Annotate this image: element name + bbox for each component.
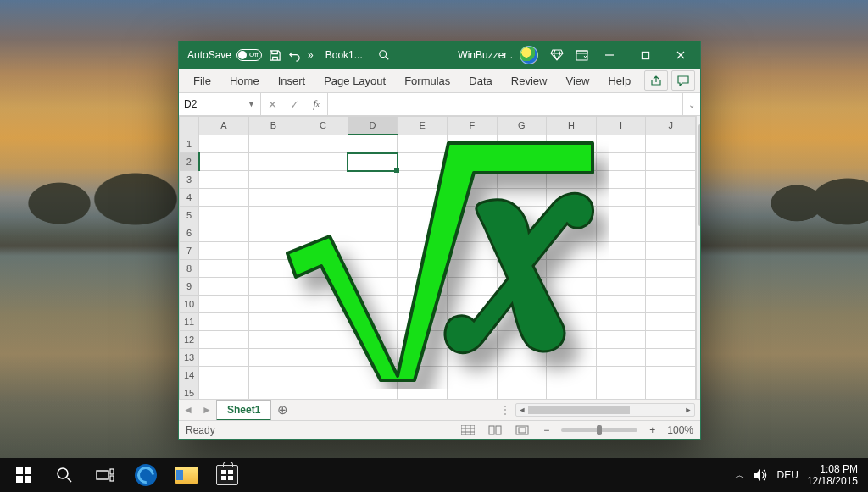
cell[interactable]: [646, 135, 696, 153]
column-header[interactable]: H: [547, 117, 597, 135]
cell[interactable]: [596, 207, 646, 224]
horizontal-scrollbar[interactable]: ◄ ►: [515, 403, 695, 417]
scroll-right-icon[interactable]: ►: [682, 404, 694, 416]
cell[interactable]: [447, 135, 497, 153]
cell[interactable]: [447, 224, 497, 242]
cell[interactable]: [348, 189, 398, 207]
cell[interactable]: [547, 260, 597, 278]
cell[interactable]: [298, 189, 348, 207]
row-header[interactable]: 1: [180, 135, 199, 153]
cell[interactable]: [497, 296, 547, 313]
row-header[interactable]: 3: [180, 171, 199, 189]
cell[interactable]: [298, 278, 348, 296]
cell[interactable]: [199, 331, 249, 349]
cell[interactable]: [199, 153, 249, 171]
cell[interactable]: [199, 224, 249, 242]
row-header[interactable]: 6: [180, 224, 199, 242]
cell[interactable]: [298, 260, 348, 278]
cell[interactable]: [298, 153, 348, 171]
cell[interactable]: [199, 296, 249, 313]
cell[interactable]: [547, 278, 597, 296]
cell[interactable]: [497, 242, 547, 260]
column-header[interactable]: D: [348, 117, 398, 135]
column-header[interactable]: A: [199, 117, 249, 135]
cell[interactable]: [248, 296, 298, 313]
cell[interactable]: [447, 296, 497, 313]
task-view-icon[interactable]: [85, 458, 125, 492]
cell[interactable]: [596, 189, 646, 207]
row-header[interactable]: 14: [180, 367, 199, 384]
zoom-in-button[interactable]: +: [646, 424, 659, 436]
cell[interactable]: [497, 278, 547, 296]
page-break-view-icon[interactable]: [513, 423, 531, 437]
cell[interactable]: [547, 331, 597, 349]
row-header[interactable]: 8: [180, 260, 199, 278]
cell[interactable]: [547, 135, 597, 153]
cell[interactable]: [497, 207, 547, 224]
cell[interactable]: [298, 242, 348, 260]
cell[interactable]: [398, 278, 448, 296]
cell[interactable]: [447, 331, 497, 349]
cell[interactable]: [497, 349, 547, 367]
search-icon[interactable]: [378, 49, 390, 61]
cell[interactable]: [348, 296, 398, 313]
spreadsheet-grid[interactable]: ABCDEFGHIJ12345678910111213141516: [179, 116, 696, 399]
cell[interactable]: [447, 171, 497, 189]
row-header[interactable]: 4: [180, 189, 199, 207]
cell[interactable]: [646, 367, 696, 384]
cell[interactable]: [348, 135, 398, 153]
cell[interactable]: [348, 207, 398, 224]
column-header[interactable]: C: [298, 117, 348, 135]
chevron-down-icon[interactable]: ▼: [248, 100, 255, 108]
cell[interactable]: [447, 260, 497, 278]
column-header[interactable]: J: [646, 117, 696, 135]
cell[interactable]: [298, 349, 348, 367]
cell[interactable]: [596, 296, 646, 313]
new-sheet-button[interactable]: ⊕: [271, 402, 293, 417]
cell[interactable]: [646, 331, 696, 349]
horizontal-scroll-thumb[interactable]: [528, 406, 630, 414]
autosave-switch-off[interactable]: Off: [236, 49, 262, 61]
cell[interactable]: [199, 313, 249, 331]
cell[interactable]: [646, 313, 696, 331]
cell[interactable]: [199, 135, 249, 153]
select-all-corner[interactable]: [180, 117, 199, 135]
account-avatar-icon[interactable]: [520, 46, 538, 64]
cell[interactable]: [248, 278, 298, 296]
tab-formulas[interactable]: Formulas: [395, 69, 459, 92]
undo-icon[interactable]: [288, 49, 301, 62]
cell[interactable]: [447, 189, 497, 207]
zoom-slider[interactable]: [561, 428, 637, 432]
cell[interactable]: [199, 171, 249, 189]
cell[interactable]: [348, 153, 398, 171]
cell[interactable]: [447, 242, 497, 260]
vertical-scrollbar[interactable]: ▲ ▼: [696, 116, 700, 399]
cell[interactable]: [398, 189, 448, 207]
tab-view[interactable]: View: [556, 69, 598, 92]
cell[interactable]: [348, 278, 398, 296]
cell[interactable]: [248, 367, 298, 384]
cell[interactable]: [646, 384, 696, 400]
cell[interactable]: [497, 171, 547, 189]
cell[interactable]: [199, 278, 249, 296]
tray-clock[interactable]: 1:08 PM 12/18/2015: [807, 463, 858, 487]
cell[interactable]: [298, 313, 348, 331]
cell[interactable]: [248, 384, 298, 400]
cell[interactable]: [596, 278, 646, 296]
cell[interactable]: [298, 224, 348, 242]
cell[interactable]: [298, 296, 348, 313]
cell[interactable]: [348, 171, 398, 189]
cell[interactable]: [547, 171, 597, 189]
cell[interactable]: [398, 224, 448, 242]
cell[interactable]: [447, 384, 497, 400]
save-icon[interactable]: [269, 49, 281, 62]
cancel-formula-icon[interactable]: ✕: [261, 98, 283, 111]
cell[interactable]: [298, 207, 348, 224]
cell[interactable]: [497, 189, 547, 207]
cell[interactable]: [348, 367, 398, 384]
cell[interactable]: [547, 313, 597, 331]
cell[interactable]: [447, 153, 497, 171]
cell[interactable]: [646, 171, 696, 189]
cell[interactable]: [497, 224, 547, 242]
cell[interactable]: [248, 207, 298, 224]
